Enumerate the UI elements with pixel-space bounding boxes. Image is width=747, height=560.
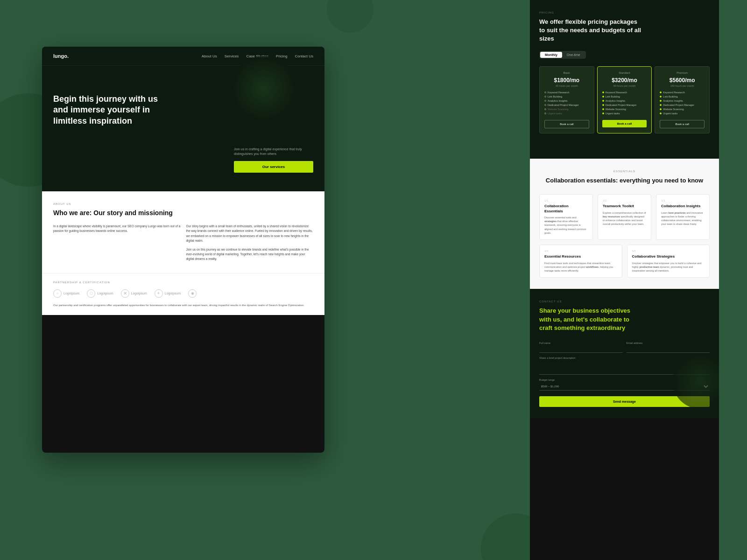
contact-label: CONTACT US — [539, 300, 710, 303]
pricing-cards: Basic $1800/mo 40 hours per month Keywor… — [539, 66, 710, 133]
nav-services[interactable]: Services — [225, 54, 239, 58]
form-row-name-email: Full name Email address — [539, 342, 710, 353]
feature-dot — [602, 104, 604, 106]
nav-about[interactable]: About Us — [202, 54, 217, 58]
about-grid: In a digital landscape where visibility … — [53, 224, 313, 262]
basic-hours: 40 hours per month — [544, 84, 589, 87]
hero-title: Begin this journey with us and immerse y… — [53, 94, 165, 126]
collab-desc-4: Find must-have tools and techniques that… — [544, 261, 617, 273]
feature-dot — [660, 112, 662, 114]
contact-title: Share your business objectives with us, … — [539, 307, 642, 332]
standard-feature-2: Link Building — [602, 95, 647, 98]
standard-book-button[interactable]: Book a call — [602, 120, 647, 127]
logo-icon-3: ✕ — [121, 289, 129, 298]
hero-section: lungo. About Us Services Case Studies Pr… — [42, 47, 324, 191]
standard-feature-5: Website Scanning — [602, 108, 647, 111]
basic-feature-3: Analytics Insights — [544, 99, 589, 102]
partnership-label: PARTNERSHIP & CERTIFICATION — [53, 281, 313, 284]
right-website-panel: PRICING We offer flexible pricing packag… — [530, 0, 719, 560]
collab-title-3: Collaboration Insights — [661, 204, 705, 209]
basic-feature-5: Website Scanning — [544, 108, 589, 111]
standard-price: $3200/mo — [602, 77, 647, 84]
standard-hours: 80 hours per month — [602, 84, 647, 87]
feature-dot — [544, 104, 546, 106]
feature-dot — [544, 91, 546, 93]
email-input[interactable] — [627, 346, 710, 353]
about-section: ABOUT US Who we are: Our story and missi… — [42, 191, 324, 273]
hero-cta-button[interactable]: Our services — [234, 161, 313, 173]
partner-logo-3: ✕ Logoipsum — [121, 289, 147, 298]
pricing-label: PRICING — [539, 11, 710, 14]
collab-card-4: 4/4 Essential Resources Find must-have t… — [539, 245, 622, 278]
collab-desc-5: Uncover strategies that empower you to b… — [632, 261, 705, 273]
nav-pricing[interactable]: Pricing — [276, 54, 287, 58]
about-para3: Join us on this journey as we continue t… — [186, 247, 314, 262]
collab-num-2: 2/2 — [603, 199, 646, 202]
standard-tier: Standard — [602, 71, 647, 74]
feature-dot — [602, 100, 604, 102]
right-scroll-content: PRICING We offer flexible pricing packag… — [530, 0, 719, 560]
premium-feature-1: Keyword Research — [660, 91, 705, 94]
collab-num-4: 4/4 — [544, 250, 617, 252]
basic-tier: Basic — [544, 71, 589, 74]
feature-dot — [660, 104, 662, 106]
premium-hours: 160 hours per month — [660, 84, 705, 87]
nav-contact[interactable]: Contact Us — [295, 54, 313, 58]
pricing-card-standard: Standard $3200/mo 80 hours per month Key… — [597, 66, 652, 133]
collab-label: ESSENTIALS — [539, 170, 710, 173]
pricing-card-premium: Premium $5600/mo 160 hours per month Key… — [655, 66, 710, 133]
about-label: ABOUT US — [53, 203, 313, 205]
logo: lungo. — [53, 53, 69, 59]
collab-num-5: 5/5 — [632, 250, 705, 252]
partner-logo-4: ✳ Logoipsum — [155, 289, 181, 298]
pricing-section: PRICING We offer flexible pricing packag… — [530, 0, 719, 159]
form-group-name: Full name — [539, 342, 623, 353]
premium-book-button[interactable]: Book a call — [660, 120, 705, 128]
partner-logos: ○ Logoipsum ⬡ Logoipsum ✕ Logoipsum ✳ Lo… — [53, 289, 313, 298]
collab-desc-2: Explore a comprehensive collection of ke… — [603, 211, 646, 226]
about-paras: Our story begins with a small team of en… — [186, 224, 314, 262]
premium-price: $5600/mo — [660, 77, 705, 84]
feature-dot — [544, 96, 546, 98]
premium-feature-5: Website Scanning — [660, 108, 705, 111]
full-name-input[interactable] — [539, 346, 623, 353]
partner-logo-5: ◉ — [188, 289, 197, 298]
toggle-onetime[interactable]: One-time — [562, 52, 585, 58]
logo-icon-2: ⬡ — [87, 289, 95, 298]
collab-desc-1: Discover essential tools and strategies … — [544, 216, 588, 235]
feature-dot — [602, 96, 604, 98]
feature-dot — [544, 108, 546, 110]
collab-desc-3: Learn best practices and innovative appr… — [661, 211, 705, 226]
partner-logo-1: ○ Logoipsum — [53, 289, 79, 298]
partner-logo-2: ⬡ Logoipsum — [87, 289, 113, 298]
logo-icon-1: ○ — [53, 289, 62, 298]
collab-card-3: 3/3 Collaboration Insights Learn best pr… — [656, 194, 710, 240]
basic-book-button[interactable]: Book a call — [544, 120, 589, 128]
basic-feature-2: Link Building — [544, 95, 589, 98]
pricing-toggle: Monthly One-time — [539, 51, 586, 59]
contact-section: CONTACT US Share your business objective… — [530, 289, 719, 418]
feature-dot — [544, 112, 546, 114]
toggle-monthly[interactable]: Monthly — [540, 52, 562, 58]
feature-dot — [660, 96, 662, 98]
hero-decoration — [231, 56, 296, 121]
premium-feature-2: Link Building — [660, 95, 705, 98]
logo-text-3: Logoipsum — [131, 292, 147, 295]
premium-feature-4: Dedicated Project Manager — [660, 104, 705, 106]
collab-title-1: Collaboration Essentials — [544, 204, 588, 214]
collab-card-2: 2/2 Teamwork Toolkit Explore a comprehen… — [598, 194, 651, 240]
collaboration-section: ESSENTIALS Collaboration essentials: eve… — [530, 159, 719, 289]
bg-decoration-3 — [327, 0, 374, 33]
collab-title-2: Teamwork Toolkit — [603, 204, 646, 209]
collab-title-5: Collaborative Strategies — [632, 254, 705, 259]
logo-text-1: Logoipsum — [63, 292, 79, 295]
premium-feature-3: Analytics Insights — [660, 99, 705, 102]
collab-title-4: Essential Resources — [544, 254, 617, 259]
feature-dot — [602, 91, 604, 93]
collab-num-3: 3/3 — [661, 199, 705, 202]
standard-feature-4: Dedicated Project Manager — [602, 104, 647, 106]
logo-icon-4: ✳ — [155, 289, 163, 298]
email-label: Email address — [627, 342, 710, 344]
feature-dot — [602, 112, 604, 114]
full-name-label: Full name — [539, 342, 623, 344]
